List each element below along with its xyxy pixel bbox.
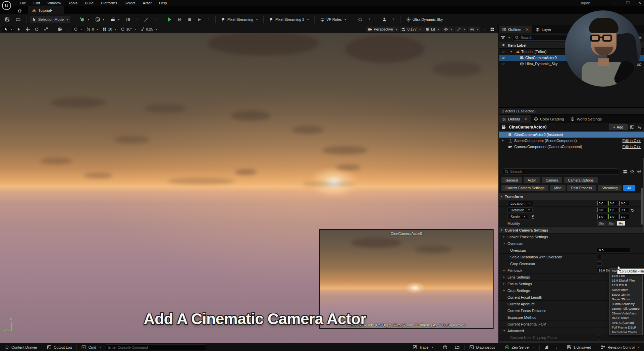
rotate-tool[interactable] [33, 27, 41, 32]
row-visibility-icon[interactable] [501, 50, 505, 54]
select-tool[interactable] [15, 27, 23, 32]
close-button[interactable]: ✕ [638, 1, 641, 5]
output-log-button[interactable]: Output Log [44, 343, 74, 351]
expand-caret-icon[interactable]: ▸ [503, 269, 507, 272]
menu-select[interactable]: Select [121, 1, 139, 5]
rotation-snap-dropdown[interactable]: 10°▾ [119, 27, 138, 32]
content-drawer-button[interactable]: Content Drawer [2, 343, 40, 351]
property-row-overscan[interactable]: Overscan0.0 [499, 247, 644, 254]
menu-edit[interactable]: Edit [30, 1, 44, 5]
scale-tool[interactable] [42, 27, 50, 32]
filter-chip-current-camera-settings[interactable]: Current Camera Settings [501, 185, 548, 191]
filmback-option-35mm-vistavision[interactable]: 35mm VistaVision [610, 311, 642, 316]
filter-chip-misc[interactable]: Misc [550, 185, 566, 191]
checkbox[interactable] [597, 255, 601, 259]
stats-button[interactable] [542, 343, 551, 351]
filmback-option-35mm-academy[interactable]: 35mm Academy [610, 302, 642, 306]
expand-caret-icon[interactable]: ▾ [501, 195, 505, 198]
move-tool[interactable] [23, 27, 32, 32]
edit-blueprint-icon[interactable] [630, 125, 635, 130]
vector-field[interactable]: 0.0 [597, 201, 607, 206]
stop-button[interactable] [185, 16, 194, 23]
row-caret[interactable]: ▾ [511, 50, 515, 53]
stats-dots[interactable]: ⋮ [553, 345, 560, 349]
menu-build[interactable]: Build [81, 1, 97, 5]
component-row[interactable]: CineCameraActor0 (Instance) [499, 132, 644, 138]
cinematics-button[interactable]: ▾ [108, 16, 122, 23]
tab-color-grading[interactable]: Color Grading [531, 115, 568, 123]
world-space-toggle[interactable] [56, 27, 64, 32]
transform-dots[interactable]: ⋮ [65, 27, 71, 32]
snap-percent-dropdown[interactable]: 0▾ [85, 27, 100, 32]
expand-caret-icon[interactable]: ▸ [503, 282, 507, 285]
save-button[interactable] [3, 16, 12, 23]
tab-layers[interactable]: Layer [532, 26, 555, 33]
pixel-streaming-dropdown[interactable]: Pixel Streaming▾ [219, 16, 260, 23]
overflow-dots-2[interactable]: ⋮ [152, 17, 158, 22]
unsaved-button[interactable]: 1 Unsaved [564, 343, 594, 351]
overflow-dots[interactable]: ⋮ [134, 17, 140, 22]
add-component-button[interactable]: +Add [609, 124, 628, 130]
edit-in-cpp-link[interactable]: Edit in C++ [623, 139, 641, 143]
details-settings-icon[interactable] [637, 169, 641, 174]
home-icon[interactable] [17, 8, 22, 13]
filmback-option-16-9-digital-film[interactable]: 16:9 Digital Film [610, 278, 642, 283]
restore-button[interactable]: ❒ [626, 1, 630, 5]
details-search-input[interactable] [510, 169, 617, 173]
view-mode-dropdown[interactable]: Lit▾ [423, 27, 441, 32]
quixel-button[interactable] [142, 16, 151, 23]
property-row-custom-near-clipping-plane[interactable]: Custom Near Clipping Plane [499, 334, 644, 341]
camera-speed-dropdown[interactable]: 0.177▾ [400, 27, 423, 32]
surface-snap-button[interactable]: ▾ [72, 27, 84, 32]
panel-scrollbar[interactable] [643, 158, 644, 232]
filter-chip-camera[interactable]: Camera [542, 177, 562, 183]
filmback-option-micro-four-thirds[interactable]: Micro Four Thirds [610, 330, 642, 335]
cloud-cache-button[interactable] [452, 343, 462, 351]
menu-help[interactable]: Help [155, 1, 171, 5]
maximize-viewport-button[interactable] [488, 27, 496, 32]
filmback-option-super-16mm[interactable]: Super 16mm [610, 292, 642, 297]
expand-caret-icon[interactable]: ▸ [503, 289, 507, 292]
filmback-option-imax-70mm[interactable]: IMAX 70mm [610, 316, 642, 320]
blueprints-button[interactable]: ▾ [93, 16, 107, 23]
funnel-icon[interactable] [501, 36, 505, 40]
vector-field[interactable]: 1.0 [619, 214, 629, 219]
property-row-crop-overscan[interactable]: Crop Overscan [499, 260, 644, 267]
mobility-option-mo[interactable]: Mo [616, 221, 625, 226]
avatar-tool-button[interactable] [380, 16, 389, 23]
trace-dropdown[interactable]: Trace▾ [410, 343, 436, 351]
tab-world-settings[interactable]: World Settings [567, 115, 605, 123]
menu-tools[interactable]: Tools [65, 1, 81, 5]
number-field[interactable]: 0.0 [597, 248, 631, 253]
reset-to-default-icon[interactable] [630, 208, 634, 212]
camera-rig-dots[interactable]: ⋮ [366, 17, 373, 22]
location-axis-dropdown[interactable]: Location▾ [507, 201, 533, 206]
property-row-location[interactable]: Location▾0.00.00.0 [499, 200, 644, 207]
level-viewport[interactable]: ▾ ⋮ ▾ 0▾ 10▾ 10°▾ 0.25▾ Perspective▾ 0.1… [0, 25, 498, 343]
tab-close-icon[interactable]: ✕ [524, 117, 527, 121]
tab-details[interactable]: Details✕ [499, 115, 531, 123]
property-row-rotation[interactable]: Rotation▾0.01.6-11 [499, 207, 644, 213]
filter-chip-general[interactable]: General [501, 177, 522, 183]
checkbox[interactable] [597, 335, 601, 340]
filter-chip-actor[interactable]: Actor [524, 177, 540, 183]
filter-chip-all[interactable]: All [623, 185, 635, 191]
filmback-option-full-frame-dslr[interactable]: Full Frame DSLR [610, 325, 642, 330]
display-options-icon[interactable] [623, 169, 627, 174]
mobility-option-sta[interactable]: Sta [597, 221, 606, 226]
property-row-transform[interactable]: ▾Transform [499, 193, 644, 200]
rotation-axis-dropdown[interactable]: Rotation▾ [507, 207, 533, 213]
vector-field[interactable]: 0.0 [597, 207, 607, 212]
show-flags-dropdown[interactable]: ▾ [442, 27, 454, 32]
vector-field[interactable]: 1.0 [608, 214, 618, 219]
level-tab[interactable]: Tutorial• [28, 6, 64, 14]
filmback-option-35mm-full-aperture[interactable]: 35mm Full Aperture [610, 306, 642, 311]
property-row-current-camera-settings[interactable]: ▾Current Camera Settings [499, 227, 644, 234]
row-visibility-icon[interactable] [501, 56, 505, 60]
content-browser-button[interactable] [13, 16, 23, 23]
filmback-option-super-35mm[interactable]: Super 35mm [610, 297, 642, 302]
expand-caret-icon[interactable]: ▾ [503, 329, 507, 332]
ultra-dynamic-sky-button[interactable]: Ultra Dynamic Sky [404, 16, 445, 23]
vector-field[interactable]: 1.6 [608, 207, 618, 212]
camera-rig-button[interactable] [356, 16, 365, 23]
